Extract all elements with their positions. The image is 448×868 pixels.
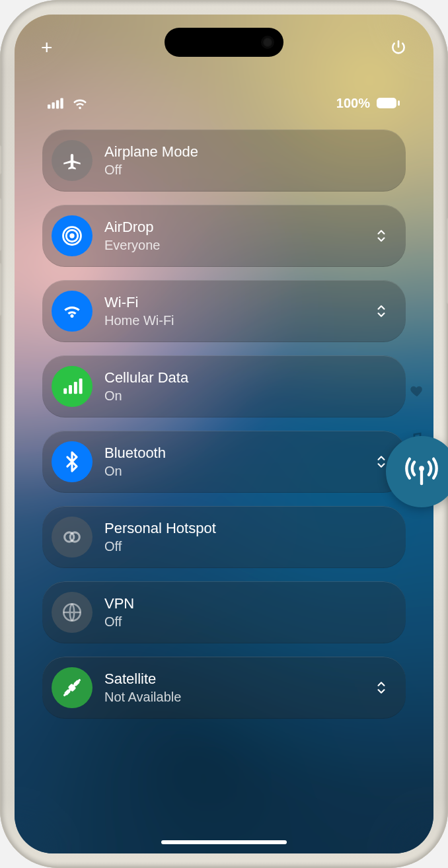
svg-rect-2 (56, 100, 59, 109)
svg-rect-1 (52, 102, 54, 109)
svg-rect-4 (377, 98, 396, 108)
wifi-subtitle: Home Wi-Fi (104, 312, 174, 328)
satellite-icon (52, 667, 93, 708)
wifi-row[interactable]: Wi-Fi Home Wi-Fi (42, 280, 406, 342)
status-bar: 100% (15, 94, 433, 112)
svg-rect-16 (73, 680, 80, 686)
airplane-title: Airplane Mode (104, 143, 198, 161)
chevron-updown-icon (375, 454, 387, 469)
hotspot-row[interactable]: Personal Hotspot Off (42, 506, 406, 568)
vpn-subtitle: Off (104, 614, 134, 630)
airplane-mode-row[interactable]: Airplane Mode Off (42, 129, 406, 192)
airdrop-subtitle: Everyone (104, 237, 161, 253)
airdrop-row[interactable]: AirDrop Everyone (42, 205, 406, 267)
airdrop-expand[interactable] (373, 227, 390, 244)
cellular-title: Cellular Data (104, 369, 188, 386)
svg-point-7 (66, 230, 78, 242)
cellular-row[interactable]: Cellular Data On (42, 355, 406, 417)
satellite-expand[interactable] (373, 679, 390, 696)
wifi-title: Wi-Fi (104, 294, 174, 311)
svg-rect-19 (73, 684, 76, 686)
hotspot-subtitle: Off (104, 538, 216, 554)
power-button[interactable] (390, 39, 407, 56)
bluetooth-subtitle: On (104, 463, 166, 479)
svg-rect-0 (48, 104, 50, 108)
side-button-volume-up (0, 198, 1, 251)
connectivity-controls: Airplane Mode Off AirDrop Everyone (42, 129, 406, 815)
cellular-signal-icon (48, 97, 66, 109)
home-indicator[interactable] (161, 840, 287, 844)
svg-point-15 (63, 604, 81, 621)
bluetooth-title: Bluetooth (104, 445, 166, 462)
airdrop-icon (52, 215, 93, 256)
iphone-frame: + (0, 0, 448, 868)
svg-rect-5 (398, 100, 400, 106)
svg-rect-11 (74, 382, 77, 394)
dynamic-island (165, 28, 283, 57)
hotspot-icon (52, 517, 93, 558)
side-button-action (0, 145, 1, 174)
airplane-subtitle: Off (104, 162, 198, 178)
satellite-subtitle: Not Available (104, 689, 181, 705)
vpn-icon (52, 592, 93, 633)
svg-point-14 (70, 532, 79, 542)
vpn-title: VPN (104, 595, 134, 612)
antenna-icon (402, 452, 441, 491)
cellular-subtitle: On (104, 388, 188, 404)
airdrop-title: AirDrop (104, 219, 161, 236)
svg-rect-9 (63, 388, 67, 394)
wifi-status-icon (71, 96, 89, 110)
screen: + (15, 15, 433, 853)
airplane-icon (52, 140, 93, 181)
battery-icon (375, 97, 400, 109)
svg-rect-12 (79, 379, 83, 394)
svg-rect-20 (68, 689, 71, 692)
svg-point-6 (69, 233, 74, 238)
svg-point-13 (65, 532, 74, 542)
chevron-updown-icon (375, 304, 387, 318)
vpn-row[interactable]: VPN Off (42, 581, 406, 643)
hotspot-title: Personal Hotspot (104, 520, 216, 537)
cellular-icon (52, 366, 93, 407)
page-indicator-column[interactable] (410, 384, 424, 445)
chevron-updown-icon (375, 229, 387, 243)
favorites-icon (410, 384, 424, 398)
battery-percentage: 100% (336, 96, 370, 111)
chevron-updown-icon (375, 680, 387, 695)
svg-rect-17 (64, 689, 71, 696)
satellite-title: Satellite (104, 670, 181, 688)
wifi-expand[interactable] (373, 303, 390, 320)
svg-rect-18 (67, 683, 76, 692)
svg-line-21 (65, 680, 80, 696)
svg-point-8 (63, 227, 81, 245)
svg-rect-3 (60, 98, 63, 108)
bluetooth-icon (52, 441, 93, 482)
add-control-button[interactable]: + (41, 38, 53, 57)
bluetooth-row[interactable]: Bluetooth On (42, 431, 406, 493)
satellite-row[interactable]: Satellite Not Available (42, 657, 406, 719)
side-button-volume-down (0, 263, 1, 316)
wifi-icon (52, 291, 93, 332)
power-icon (390, 39, 407, 56)
svg-rect-10 (69, 385, 72, 394)
